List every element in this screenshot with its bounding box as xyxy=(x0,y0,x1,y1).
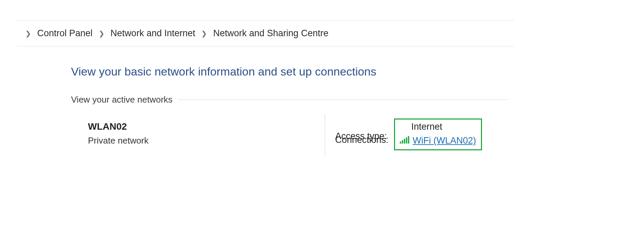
svg-rect-1 xyxy=(402,140,403,144)
svg-rect-4 xyxy=(408,136,409,144)
network-name: WLAN02 xyxy=(88,121,325,132)
breadcrumb: ❯ Control Panel ❯ Network and Internet ❯… xyxy=(17,20,514,46)
chevron-right-icon: ❯ xyxy=(99,29,105,38)
breadcrumb-item-network-sharing-centre[interactable]: Network and Sharing Centre xyxy=(213,28,328,39)
network-details: Access type: Internet xyxy=(335,121,482,150)
svg-rect-3 xyxy=(406,137,407,144)
network-category: Private network xyxy=(88,135,325,146)
page-title: View your basic network information and … xyxy=(71,65,507,78)
active-network-row: WLAN02 Private network Access type: Inte… xyxy=(71,121,507,150)
breadcrumb-item-control-panel[interactable]: Control Panel xyxy=(37,28,93,39)
chevron-right-icon: ❯ xyxy=(25,29,31,38)
chevron-right-icon: ❯ xyxy=(201,29,207,38)
network-identity: WLAN02 Private network xyxy=(71,121,325,150)
active-networks-section-header: View your active networks xyxy=(71,94,507,105)
svg-rect-2 xyxy=(404,139,405,144)
vertical-divider xyxy=(325,114,325,157)
network-sharing-panel: ❯ Control Panel ❯ Network and Internet ❯… xyxy=(17,20,514,150)
connections-label: Connections: xyxy=(335,135,396,145)
divider xyxy=(179,100,507,100)
access-type-value: Internet xyxy=(411,122,442,132)
wifi-signal-icon xyxy=(400,135,410,146)
breadcrumb-item-network-internet[interactable]: Network and Internet xyxy=(111,28,196,39)
connection-link[interactable]: WiFi (WLAN02) xyxy=(413,135,476,146)
highlight-box: Internet xyxy=(394,118,482,150)
svg-rect-0 xyxy=(400,142,401,144)
section-label: View your active networks xyxy=(71,94,172,105)
content-area: View your basic network information and … xyxy=(17,46,514,150)
